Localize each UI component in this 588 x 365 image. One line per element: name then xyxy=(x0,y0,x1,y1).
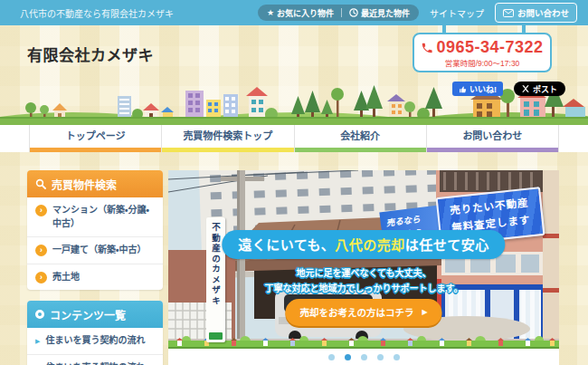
sell-cta-button[interactable]: 売却をお考えの方はコチラ ▶ xyxy=(285,299,441,326)
sidebar-item-sell-flow[interactable]: ▶ 住まいを売る契約の流れ xyxy=(27,354,163,365)
contents-card: コンテンツ一覧 ▶ 住まいを買う契約の流れ ▶ 住まいを売る契約の流れ xyxy=(27,301,163,365)
x-logo-icon xyxy=(522,85,529,92)
contents-header: コンテンツ一覧 xyxy=(27,301,163,328)
contents-list: ▶ 住まいを買う契約の流れ ▶ 住まいを売る契約の流れ xyxy=(27,328,163,365)
nav-accent-bar xyxy=(162,148,293,152)
nav-item-property-search[interactable]: 売買物件検索トップ xyxy=(161,125,293,152)
sitemap-link[interactable]: サイトマップ xyxy=(430,6,484,20)
nav-item-company[interactable]: 会社紹介 xyxy=(294,125,426,152)
nav-inner: トップページ 売買物件検索トップ 会社紹介 お問い合わせ xyxy=(29,125,559,152)
ring-icon xyxy=(35,310,44,319)
phone-number[interactable]: 0965-34-7322 xyxy=(436,38,543,57)
property-search-list: › マンション（新築・分譲・中古） › 一戸建て（新築・中古） › 売土地 xyxy=(27,197,163,290)
contact-button-top[interactable]: お問い合わせ xyxy=(495,3,577,23)
like-label: いいね! xyxy=(469,83,497,95)
x-post-button[interactable]: ポスト xyxy=(514,82,565,96)
topbar-quick-links: ★ お気に入り物件 最近見た物件 xyxy=(258,5,419,21)
contents-title: コンテンツ一覧 xyxy=(50,307,126,322)
hero-headline: 遠くにいても、八代の売却は任せて安心 xyxy=(222,230,505,259)
sidebar-item-label: 売土地 xyxy=(52,271,80,284)
search-icon xyxy=(35,178,46,189)
headline-highlight: 八代の売却 xyxy=(335,237,405,253)
contact-label: お問い合わせ xyxy=(517,6,569,19)
envelope-icon xyxy=(503,9,514,17)
favorites-label: お気に入り物件 xyxy=(277,7,334,19)
arrow-right-icon: ▶ xyxy=(422,308,427,316)
sidebar-item-label: 一戸建て（新築・中古） xyxy=(52,244,146,257)
content-area: 売買物件検索 › マンション（新築・分譲・中古） › 一戸建て（新築・中古） ›… xyxy=(0,152,588,365)
triangle-icon: ▶ xyxy=(35,337,40,346)
sidebar-item-label: 住まいを買う契約の流れ xyxy=(45,334,145,348)
favorites-link[interactable]: ★ お気に入り物件 xyxy=(267,7,334,19)
carousel-dot-3[interactable] xyxy=(361,354,367,360)
site-tagline: 八代市の不動産なら有限会社カメザキ xyxy=(20,6,174,20)
nav-item-contact[interactable]: お問い合わせ xyxy=(426,125,558,152)
nav-accent-bar xyxy=(295,148,426,152)
hero-subtext-line1: 地元に足を運べなくても大丈夫、 xyxy=(168,265,559,281)
sidebar-item-buy-flow[interactable]: ▶ 住まいを買う契約の流れ xyxy=(27,328,163,354)
clock-icon xyxy=(349,8,358,17)
cta-label: 売却をお考えの方はコチラ xyxy=(299,305,413,319)
recent-label: 最近見た物件 xyxy=(361,7,410,19)
company-name: 有限会社カメザキ xyxy=(27,43,154,65)
site-header: 有限会社カメザキ 0965-34-7322 営業時間/9:00〜17:30 xyxy=(0,25,588,80)
page: { "topbar": { "tagline": "八代市の不動産なら有限会社カ… xyxy=(0,0,588,365)
main-column: 不動産のカメザキ 売るなら 買うなら 売りたい不動産 無料査定します 遠くにいて… xyxy=(168,170,559,365)
town-illustration-band: いいね! ポスト xyxy=(0,80,588,125)
facebook-like-button[interactable]: いいね! xyxy=(452,82,503,96)
business-hours: 営業時間/9:00〜17:30 xyxy=(414,57,550,68)
carousel-dot-1[interactable] xyxy=(328,354,335,360)
top-bar: 八代市の不動産なら有限会社カメザキ ★ お気に入り物件 最近見た物件 サイトマッ… xyxy=(0,0,588,25)
nav-label: 会社紹介 xyxy=(295,125,426,148)
property-search-card: 売買物件検索 › マンション（新築・分譲・中古） › 一戸建て（新築・中古） ›… xyxy=(27,170,163,290)
hero-carousel[interactable]: 不動産のカメザキ 売るなら 買うなら 売りたい不動産 無料査定します 遠くにいて… xyxy=(168,170,559,349)
property-search-title: 売買物件検索 xyxy=(52,177,117,192)
main-nav: トップページ 売買物件検索トップ 会社紹介 お問い合わせ xyxy=(0,125,588,152)
nav-label: 売買物件検索トップ xyxy=(162,125,293,148)
carousel-dot-2[interactable] xyxy=(345,354,351,360)
sidebar-item-house[interactable]: › 一戸建て（新築・中古） xyxy=(27,236,163,264)
star-icon: ★ xyxy=(267,9,274,17)
nav-accent-bar xyxy=(30,148,161,152)
sidebar-item-label: マンション（新築・分譲・中古） xyxy=(52,204,155,230)
sidebar-item-mansion[interactable]: › マンション（新築・分譲・中古） xyxy=(27,197,163,236)
headline-suffix: は任せて安心 xyxy=(405,237,489,253)
sidebar-item-land[interactable]: › 売土地 xyxy=(27,264,163,291)
headline-prefix: 遠くにいても、 xyxy=(238,237,335,253)
recent-link[interactable]: 最近見た物件 xyxy=(349,7,410,19)
vertical-sign-tag xyxy=(209,332,223,340)
sidebar-item-label: 住まいを売る契約の流れ xyxy=(45,361,145,365)
nav-label: お問い合わせ xyxy=(427,125,558,148)
nav-accent-bar xyxy=(427,148,558,152)
post-label: ポスト xyxy=(533,83,557,95)
hero-subtext: 地元に足を運べなくても大丈夫、 丁寧な対応と地域力でしっかりサポートします。 xyxy=(168,265,559,296)
carousel-dots xyxy=(168,349,559,365)
hero-subtext-line2: 丁寧な対応と地域力でしっかりサポートします。 xyxy=(168,281,559,296)
property-search-header: 売買物件検索 xyxy=(27,170,163,197)
nav-item-top-page[interactable]: トップページ xyxy=(29,125,161,152)
thumbs-up-icon xyxy=(459,85,467,93)
arrow-circle-icon: › xyxy=(35,205,47,216)
arrow-circle-icon: › xyxy=(35,245,47,256)
phone-icon xyxy=(421,42,433,54)
phone-row: 0965-34-7322 xyxy=(414,38,550,57)
sidebar: 売買物件検索 › マンション（新築・分譲・中古） › 一戸建て（新築・中古） ›… xyxy=(27,170,163,365)
arrow-circle-icon: › xyxy=(35,272,47,283)
topbar-divider xyxy=(341,8,342,17)
carousel-dot-5[interactable] xyxy=(394,354,400,360)
phone-box: 0965-34-7322 営業時間/9:00〜17:30 xyxy=(413,33,552,72)
nav-label: トップページ xyxy=(30,125,161,148)
carousel-dot-4[interactable] xyxy=(377,354,384,360)
